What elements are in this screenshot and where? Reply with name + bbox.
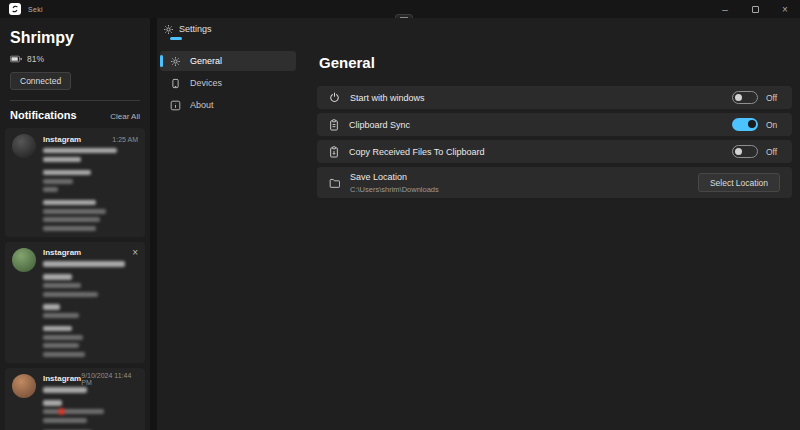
notification-header: Instagram9/10/2024 11:44 PM: [43, 374, 138, 384]
toggle-switch[interactable]: [732, 145, 758, 158]
notification-app-name: Instagram: [43, 248, 81, 257]
gear-icon: [169, 56, 181, 67]
battery-icon: [10, 55, 22, 63]
clear-all-button[interactable]: Clear All: [110, 112, 140, 121]
minimize-button[interactable]: –: [710, 0, 740, 18]
settings-row: Save LocationC:\Users\shrim\DownloadsSel…: [317, 167, 792, 198]
notification-app-name: Instagram: [43, 135, 81, 144]
sidebar-divider: [10, 100, 140, 101]
notification-header: Instagram×: [43, 248, 138, 258]
clipboard-icon: [329, 119, 339, 131]
settings-nav: GeneralDevicesAbout: [157, 40, 302, 430]
toggle-switch[interactable]: [732, 118, 758, 131]
save-location-path: C:\Users\shrim\Downloads: [350, 185, 439, 194]
close-icon[interactable]: ×: [132, 249, 138, 257]
toggle-state-label: Off: [766, 93, 780, 103]
setting-label-group: Save LocationC:\Users\shrim\Downloads: [350, 172, 439, 194]
blurred-text-line: [43, 187, 58, 192]
notification-timestamp: 1:25 AM: [112, 136, 138, 143]
app-title: Seki: [28, 6, 43, 13]
blurred-text-line: [43, 400, 62, 406]
setting-control: Off: [732, 145, 780, 158]
blurred-text-line: [43, 352, 85, 357]
notification-timestamp: 9/10/2024 11:44 PM: [81, 372, 138, 386]
notification-card[interactable]: Instagram1:25 AM: [5, 128, 145, 237]
blurred-text-line: [43, 292, 98, 297]
notifications-heading: Notifications: [10, 109, 77, 121]
avatar: [12, 374, 36, 398]
window-controls: – ×: [710, 0, 800, 18]
settings-nav-item-general[interactable]: General: [160, 51, 296, 71]
blurred-text-line: [43, 261, 125, 267]
blurred-text-line: [43, 179, 73, 184]
battery-percent: 81%: [27, 54, 44, 64]
connection-status-badge[interactable]: Connected: [10, 72, 71, 90]
blurred-text-line: [43, 313, 79, 318]
blurred-text-line: [43, 170, 91, 176]
nav-item-label: Devices: [190, 78, 222, 88]
blurred-text-line: [43, 226, 96, 231]
battery-status: 81%: [10, 54, 150, 64]
blurred-text-line: [43, 217, 100, 222]
blurred-text-line: [43, 343, 79, 348]
setting-control: Select Location: [698, 173, 780, 192]
notification-card[interactable]: Instagram9/10/2024 11:44 PM: [5, 368, 145, 430]
toggle-knob: [735, 148, 742, 155]
toggle-knob: [748, 120, 756, 128]
settings-row: Copy Received Files To ClipboardOff: [317, 140, 792, 163]
general-settings-panel: General Start with windowsOffClipboard S…: [302, 40, 800, 430]
active-tab-indicator: [170, 37, 182, 40]
device-name: Shrimpy: [10, 29, 150, 47]
settings-row: Start with windowsOff: [317, 86, 792, 109]
toggle-switch[interactable]: [732, 91, 758, 104]
maximize-icon: [752, 6, 759, 13]
blurred-text-line: [43, 283, 81, 288]
notification-header: Instagram1:25 AM: [43, 134, 138, 144]
phone-icon: [169, 78, 181, 89]
panel-title: General: [319, 54, 792, 71]
line-gap: [43, 297, 138, 301]
setting-label: Copy Received Files To Clipboard: [349, 147, 484, 157]
reaction-emoji: [58, 408, 65, 415]
line-gap: [43, 267, 138, 271]
close-button[interactable]: ×: [770, 0, 800, 18]
toggle-state-label: On: [766, 120, 780, 130]
folder-icon: [329, 178, 340, 188]
settings-row: Clipboard SyncOn: [317, 113, 792, 136]
setting-control: Off: [732, 91, 780, 104]
gear-icon: [162, 24, 174, 35]
settings-nav-item-devices[interactable]: Devices: [160, 73, 296, 93]
device-sidebar: Shrimpy 81% Connected Notifications Clea…: [0, 18, 150, 430]
setting-label: Start with windows: [350, 93, 425, 103]
notification-content: Instagram1:25 AM: [43, 134, 138, 231]
blurred-text-line: [43, 209, 106, 214]
avatar: [12, 134, 36, 158]
toggle-knob: [735, 94, 742, 101]
setting-label-group: Start with windows: [350, 93, 425, 103]
blurred-text-line: [43, 274, 72, 280]
notification-app-name: Instagram: [43, 374, 81, 383]
maximize-button[interactable]: [740, 0, 770, 18]
avatar: [12, 248, 36, 272]
blurred-text-line: [43, 200, 96, 206]
power-icon: [329, 92, 340, 103]
nav-item-label: General: [190, 56, 222, 66]
setting-label: Clipboard Sync: [349, 120, 410, 130]
tab-settings-label: Settings: [179, 24, 212, 34]
select-location-button[interactable]: Select Location: [698, 173, 780, 192]
line-gap: [43, 162, 138, 166]
setting-label: Save Location: [350, 172, 439, 182]
blurred-text-line: [43, 387, 87, 393]
tab-settings[interactable]: Settings: [162, 24, 212, 35]
notification-list: Instagram1:25 AMInstagram×Instagram9/10/…: [0, 128, 150, 430]
sidebar-separator: [150, 18, 157, 430]
notification-content: Instagram×: [43, 248, 138, 357]
copy-clipboard-icon: [329, 146, 339, 158]
setting-control: On: [732, 118, 780, 131]
info-icon: [169, 100, 181, 111]
blurred-text-line: [43, 418, 87, 423]
setting-label-group: Copy Received Files To Clipboard: [349, 147, 484, 157]
settings-nav-item-about[interactable]: About: [160, 95, 296, 115]
blurred-text-line: [43, 335, 83, 340]
notification-card[interactable]: Instagram×: [5, 242, 145, 363]
